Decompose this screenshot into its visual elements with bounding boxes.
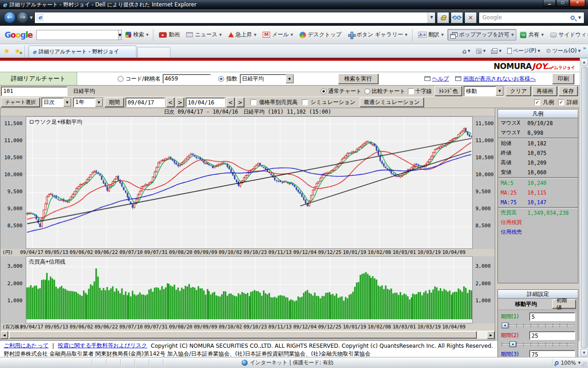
param-input[interactable]: 5 (529, 312, 575, 321)
gtoolbar-button-sidewiki[interactable]: サイドウィキ▼ (548, 29, 588, 40)
search-icon[interactable] (571, 16, 575, 20)
trend-color-button[interactable]: ﾄﾚﾝﾄﾞ色 (435, 86, 462, 96)
home-button[interactable]: ⌂▼ (460, 46, 472, 56)
gtoolbar-button-trending[interactable]: 急上昇▼ (226, 29, 259, 40)
reset-defaults-button[interactable]: 初期値 (552, 299, 576, 309)
save-button[interactable]: 保存 (559, 86, 578, 96)
address-dropdown[interactable]: ▼ (428, 12, 435, 23)
back-button[interactable]: ← (4, 12, 16, 23)
toolbar-search-button[interactable]: 検索 ▼ (123, 29, 151, 40)
scroll-down-button[interactable]: ▼ (581, 349, 588, 356)
terms-link[interactable]: ご利用にあたって (4, 342, 49, 350)
display-issue-link[interactable]: 画面が表示されないお客様へ (463, 75, 536, 83)
minimize-button[interactable]: ▁ (543, 0, 556, 7)
date-to-next-button[interactable]: > (236, 98, 244, 107)
toolbar-search-input[interactable] (36, 30, 118, 40)
risk-link[interactable]: 投資に関する手数料等およびリスク (58, 342, 147, 350)
page-vertical-scrollbar[interactable]: ▲ ▼ (580, 58, 588, 357)
param-slider[interactable] (502, 341, 574, 348)
index-select[interactable]: 日経平均 ▼ (240, 74, 294, 84)
code-input[interactable]: 4659 (163, 74, 211, 84)
recent-pages-dropdown[interactable]: ▼ (30, 16, 33, 20)
date-from-next-button[interactable]: > (176, 98, 184, 107)
gtoolbar-button-translate[interactable]: あa翻訳▼ (415, 29, 447, 40)
favorites-star-icon[interactable]: ★ (4, 47, 10, 55)
scrollbar-thumb[interactable] (581, 67, 588, 348)
price-tick-label: 10,500 (475, 155, 494, 161)
date-to-prev-button[interactable]: < (226, 98, 235, 107)
search-dropdown[interactable]: ▼ (578, 16, 581, 20)
help-link[interactable]: ヘルプ (432, 75, 449, 83)
address-field[interactable]: e ▼ (34, 12, 435, 23)
stop-button[interactable]: ✕ (464, 12, 477, 23)
ma-tab-label[interactable]: 移動平均 (500, 300, 552, 308)
google-logo-letter: G (5, 30, 11, 40)
redraw-button[interactable]: 再描画 (532, 86, 557, 96)
volume-chart[interactable]: 3,0002,0001,000 3,0002,0001,000 売買高+信用残 (0, 256, 495, 323)
clear-button[interactable]: クリア (506, 86, 531, 96)
close-button[interactable]: ✕ (570, 0, 585, 7)
toolbar-overflow-chevron[interactable]: » (583, 45, 586, 51)
code-field[interactable]: 101 (1, 86, 68, 96)
add-favorite-icon[interactable]: ★ (14, 47, 20, 55)
tools-menu[interactable]: ⚙ツール(O)▼ (544, 46, 582, 55)
scrollbar-thumb[interactable] (9, 331, 477, 339)
rss-icon (476, 48, 482, 54)
feeds-button[interactable]: ▼ (474, 47, 487, 55)
print-button[interactable]: ▼ (489, 47, 503, 55)
gtoolbar-button-youtube[interactable]: ▶動画 (156, 29, 182, 40)
chart-select-button[interactable]: チャート選択 (1, 98, 40, 107)
frequency-select[interactable]: 日次▼ (41, 98, 72, 107)
legend-row: 売買高1,349,034,238 (498, 208, 578, 218)
new-tab-button[interactable] (137, 47, 170, 58)
legend-checkbox[interactable]: ✓ (534, 99, 540, 105)
scroll-up-button[interactable]: ▲ (581, 58, 588, 66)
gtoolbar-button-gmail[interactable]: Mメール▼ (260, 29, 296, 40)
price-volume-checkbox[interactable] (250, 99, 256, 105)
gtoolbar-button-desktop-swirl[interactable]: デスクトップ (297, 29, 345, 40)
param-slider[interactable] (502, 322, 574, 329)
gtoolbar-button-plus[interactable]: ボタン ギャラリー▼ (345, 29, 410, 40)
date-from-input[interactable]: 09/04/17 (125, 98, 165, 107)
span-select[interactable]: 1年▼ (73, 98, 103, 107)
toolbar-search-dropdown[interactable]: ▼ (118, 30, 122, 40)
detail-checkbox[interactable]: ✓ (558, 99, 564, 105)
print-page-button[interactable]: 印刷 (552, 74, 574, 84)
refresh-button[interactable]: ⟲⟳ (451, 12, 463, 23)
chart-horizontal-scrollbar[interactable]: ◀ ▶ (0, 331, 495, 339)
gtoolbar-button-share[interactable]: ↪共有▼ (517, 29, 546, 40)
search-box[interactable]: Google ▼ (479, 12, 584, 23)
param-input[interactable]: 25 (529, 331, 575, 340)
gtoolbar-button-popup[interactable]: ポップアップを許可▼ (447, 29, 516, 40)
scroll-left-button[interactable]: ◀ (0, 331, 8, 339)
price-tick-label: 9,000 (7, 206, 23, 212)
tab-active[interactable]: e 詳細リアルチャート - 野村ジョイ (28, 46, 136, 58)
maximize-button[interactable]: ▢ (556, 0, 569, 7)
compare-chart-radio[interactable] (364, 88, 370, 94)
scroll-right-button[interactable]: ▶ (487, 331, 495, 339)
nomura-joy-logo: NOMURA JOY ノムラジョイ (494, 62, 575, 71)
index-radio[interactable] (218, 76, 224, 82)
forward-button[interactable]: → (17, 12, 28, 23)
date-to-input[interactable]: 10/04/16 (186, 98, 225, 107)
execute-search-button[interactable]: 検索を実行 (338, 74, 379, 84)
gtoolbar-button-news[interactable]: ニュース▼ (183, 29, 224, 40)
popup-icon (450, 32, 457, 38)
date-from-prev-button[interactable]: < (166, 98, 175, 107)
trend-select[interactable]: 移動 ▼ (464, 86, 504, 96)
normal-chart-radio[interactable] (321, 88, 327, 94)
security-lock-button[interactable] (437, 12, 449, 23)
search-placeholder: Google (482, 14, 571, 21)
resize-grip[interactable] (582, 362, 587, 367)
slider-thumb[interactable] (502, 322, 509, 328)
slider-thumb[interactable] (509, 341, 516, 347)
x-axis-label: 09/07/10 (119, 249, 143, 255)
code-radio[interactable] (118, 76, 124, 82)
simulation-checkbox[interactable] (302, 99, 308, 105)
optimal-simulation-button[interactable]: 最適シミュレーション (360, 98, 424, 107)
param-input[interactable]: 75 (529, 350, 575, 357)
page-favicon: e (37, 14, 43, 21)
price-chart[interactable]: 11,50011,00010,50010,0009,5009,0008,500 … (0, 116, 495, 249)
crosshair-checkbox[interactable] (408, 88, 414, 94)
page-menu[interactable]: ページ(P)▼ (505, 46, 542, 55)
